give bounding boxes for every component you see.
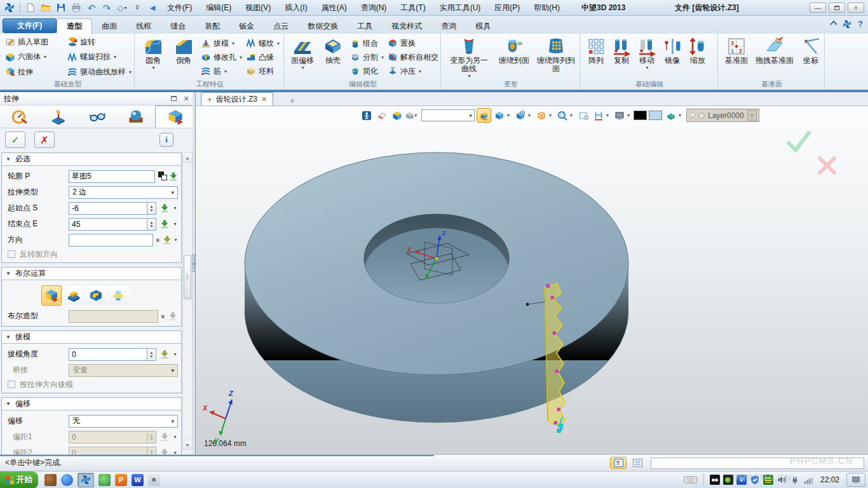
tab-shape[interactable]: 造型: [57, 18, 92, 34]
ribbon-item-datum-plane[interactable]: 基准面: [722, 36, 751, 65]
quick-access-dropdown[interactable]: ⊽: [130, 1, 144, 14]
ribbon-item-mirror[interactable]: 镜像: [660, 36, 684, 65]
show-box-icon[interactable]: [390, 108, 404, 123]
save-button[interactable]: [54, 1, 68, 14]
eraser-icon[interactable]: [374, 108, 389, 123]
keyboard-tray-icon[interactable]: [684, 475, 698, 484]
face-view-icon[interactable]: [513, 108, 527, 123]
ribbon-item-face-offset[interactable]: 面偏移▾: [288, 36, 317, 71]
select-rect-icon[interactable]: [576, 108, 590, 123]
extrude-type-combo[interactable]: 2 边: [69, 186, 178, 199]
nvidia-tray-icon[interactable]: [723, 475, 733, 485]
section-header-boolean[interactable]: ▼布尔运算: [2, 268, 181, 280]
start-point-input[interactable]: [69, 202, 147, 215]
menu-insert[interactable]: 插入(I): [278, 1, 313, 15]
ribbon-item-simplify[interactable]: 简化: [349, 65, 385, 78]
ribbon-item-chamfer[interactable]: 倒角: [169, 36, 198, 65]
profile-input[interactable]: [69, 170, 155, 183]
dolby-tray-icon[interactable]: [710, 475, 720, 485]
expand-chevron-icon[interactable]: »: [154, 237, 161, 243]
ribbon-item-shell[interactable]: 抽壳: [318, 36, 348, 65]
menu-file[interactable]: 文件(F): [161, 1, 198, 15]
ok-button[interactable]: ✓: [5, 132, 25, 148]
quicklaunch-word-icon[interactable]: W: [132, 474, 144, 486]
section-header-draft[interactable]: ▼拔模: [2, 331, 181, 344]
ribbon-item-draft[interactable]: 拔模▾: [200, 37, 243, 50]
tab-gauge-icon[interactable]: [0, 105, 39, 128]
shield-tray-icon[interactable]: [750, 475, 760, 485]
tab-inquire[interactable]: 查询: [431, 18, 466, 34]
tab-wireframe[interactable]: 线框: [126, 18, 161, 34]
ribbon-item-flange[interactable]: 凸缘: [245, 51, 281, 64]
draft-angle-input[interactable]: [69, 348, 147, 361]
filter-icon[interactable]: ▾: [405, 108, 419, 123]
net-grid-tray-icon[interactable]: [763, 475, 773, 485]
lightblue-color-swatch[interactable]: [649, 111, 662, 120]
power-plug-tray-icon[interactable]: [790, 475, 800, 485]
ribbon-item-wrap-array-to-face[interactable]: 缠绕阵列到面: [535, 36, 577, 74]
boolean-remove-button[interactable]: [86, 285, 106, 306]
menu-applications[interactable]: 应用(P): [488, 1, 526, 15]
tab-mold[interactable]: 模具: [466, 18, 500, 34]
ribbon-item-spiral-sweep[interactable]: 螺旋扫掠▾: [66, 51, 135, 64]
ribbon-item-box[interactable]: 六面体▾: [4, 51, 65, 64]
menu-help[interactable]: 帮助(H): [527, 1, 566, 15]
open-file-button[interactable]: [39, 1, 53, 14]
section-header-required[interactable]: ▼必选: [2, 153, 181, 166]
start-spinner[interactable]: ▲▼: [147, 202, 156, 215]
menu-tools[interactable]: 工具(T): [394, 1, 431, 15]
tab-close-icon[interactable]: ✕: [261, 95, 267, 104]
menu-attribute[interactable]: 属性(A): [315, 1, 353, 15]
draft-angle-spinner[interactable]: ▲▼: [147, 348, 156, 361]
boolean-add-button[interactable]: [64, 285, 84, 306]
ribbon-item-thread[interactable]: 螺纹▾: [245, 37, 281, 50]
ribbon-item-extrude[interactable]: 拉伸: [4, 65, 65, 78]
ribbon-item-rib[interactable]: 筋▾: [200, 65, 243, 78]
pick-end-icon[interactable]: [158, 218, 170, 230]
black-color-swatch[interactable]: [634, 111, 647, 120]
exit-walk-icon[interactable]: [359, 108, 374, 123]
signal-tray-icon[interactable]: [803, 475, 813, 485]
tab-sphere-icon[interactable]: [116, 105, 155, 128]
quicklaunch-keypad-icon[interactable]: ▦: [148, 474, 160, 486]
start-button[interactable]: 开始: [0, 471, 38, 488]
ribbon-item-modify-hole[interactable]: 修改孔▾: [200, 51, 243, 64]
quicklaunch-browser-icon[interactable]: [61, 474, 73, 486]
quicklaunch-green-icon[interactable]: [98, 474, 111, 486]
end-spinner[interactable]: ▲▼: [147, 218, 156, 231]
end-dropdown-icon[interactable]: ▾: [172, 221, 178, 227]
ribbon-item-driven-curve-loft[interactable]: 驱动曲线放样▾: [66, 65, 135, 78]
undo-button[interactable]: ↶: [85, 1, 98, 14]
menu-edit[interactable]: 编辑(E): [200, 1, 238, 15]
new-document-tab-button[interactable]: +: [285, 96, 300, 105]
back-button[interactable]: ◀: [146, 1, 159, 14]
scrollbar-thumb[interactable]: [184, 255, 191, 299]
panel-scrollbar[interactable]: ▲ ▼: [182, 152, 193, 450]
ribbon-item-wrap-to-face[interactable]: 缠绕到面: [494, 36, 534, 65]
tab-data-exchange[interactable]: 数据交换: [298, 18, 348, 34]
pick-start-icon[interactable]: [158, 202, 170, 214]
redo-button[interactable]: ↷: [100, 1, 114, 14]
command-input[interactable]: [651, 458, 864, 469]
pick-profile-icon[interactable]: [168, 170, 178, 182]
ribbon-item-fillet[interactable]: 圆角▾: [139, 36, 168, 71]
scroll-up-icon[interactable]: ▲: [183, 153, 192, 163]
document-tab[interactable]: + 齿轮设计.Z3 ✕: [201, 92, 273, 105]
info-button[interactable]: i: [159, 133, 173, 147]
ribbon-item-scale[interactable]: 缩放: [686, 36, 710, 65]
tab-surface[interactable]: 曲面: [92, 18, 126, 34]
tab-visual-style[interactable]: 视觉样式: [382, 18, 431, 34]
list-view-icon[interactable]: [629, 457, 646, 469]
boolean-intersect-button[interactable]: [108, 285, 128, 306]
cancel-button[interactable]: ✗: [34, 132, 55, 148]
tab-extrude-box-icon[interactable]: [155, 105, 195, 128]
ribbon-item-punch[interactable]: 冲压▾: [386, 65, 440, 78]
display-monitor-icon[interactable]: [612, 108, 627, 123]
flip-face-checkbox[interactable]: [8, 250, 15, 258]
pick-draft-icon[interactable]: [158, 348, 170, 360]
minimize-button[interactable]: —: [810, 3, 826, 13]
direction-dropdown-icon[interactable]: ▾: [173, 237, 178, 243]
wireframe-view-icon[interactable]: [534, 108, 548, 123]
ribbon-item-csys[interactable]: 坐标: [798, 36, 824, 65]
tab-sewing[interactable]: 缝合: [161, 18, 195, 34]
